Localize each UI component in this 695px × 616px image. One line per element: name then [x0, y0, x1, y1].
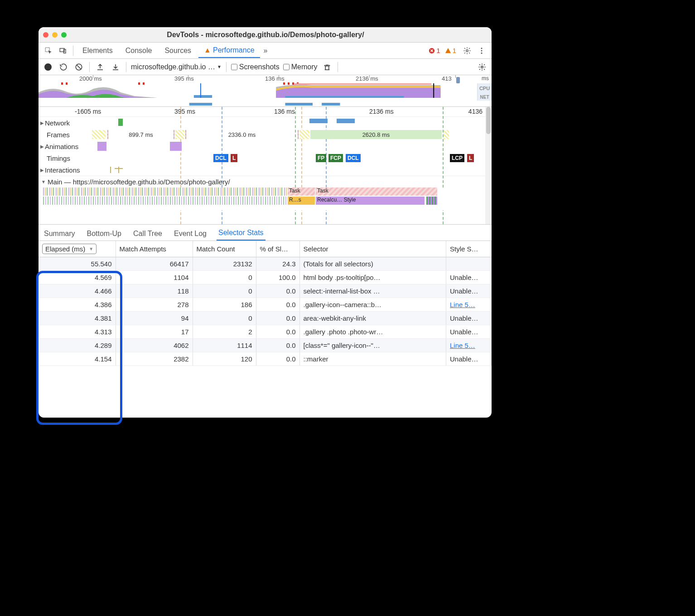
track-timings[interactable]: Timings DCL L FP FCP DCL LCP L: [39, 152, 492, 164]
table-row[interactable]: 55.540664172313224.3(Totals for all sele…: [39, 257, 492, 271]
tab-event-log[interactable]: Event Log: [172, 227, 208, 241]
tab-call-tree[interactable]: Call Tree: [131, 227, 164, 241]
task-bar[interactable]: Task: [316, 188, 437, 196]
recalc-bar[interactable]: R…s: [288, 197, 315, 205]
more-tabs-button[interactable]: »: [262, 44, 270, 58]
cell-count: 23132: [193, 257, 256, 271]
table-row[interactable]: 4.46611800.0select:-internal-list-box …U…: [39, 284, 492, 298]
tab-sources[interactable]: Sources: [159, 44, 197, 58]
warning-icon: ▲: [204, 46, 211, 54]
cell-pct: 0.0: [256, 352, 299, 366]
col-match-attempts[interactable]: Match Attempts: [116, 241, 193, 257]
cell-elapsed: 4.313: [39, 325, 116, 339]
download-icon[interactable]: [110, 61, 121, 73]
main-flame-bars[interactable]: Task Task R…s Recalcu… Style: [39, 188, 492, 210]
stylesheet-link[interactable]: Line 5…: [450, 301, 475, 308]
cell-count: 0: [193, 284, 256, 298]
cell-style: Unable…: [446, 284, 492, 298]
cell-attempts: 2382: [116, 352, 193, 366]
table-row[interactable]: 4.56911040100.0html body .ps-tooltip[po……: [39, 271, 492, 284]
disclosure-icon[interactable]: ▶: [40, 120, 44, 125]
svg-rect-17: [322, 103, 340, 106]
svg-rect-15: [189, 103, 212, 106]
svg-rect-12: [294, 83, 432, 85]
separator: [89, 62, 90, 72]
table-row[interactable]: 4.15423821200.0::markerUnable…: [39, 352, 492, 366]
cell-attempts: 66417: [116, 257, 193, 271]
stylesheet-link[interactable]: Line 5…: [450, 342, 475, 349]
tab-selector-stats[interactable]: Selector Stats: [217, 226, 265, 241]
selector-stats-table-wrap: Elapsed (ms)▼ Match Attempts Match Count…: [39, 241, 492, 418]
inspect-element-icon[interactable]: [42, 44, 55, 57]
track-frames[interactable]: Frames 899.7 ms 2336.0 ms 2620.8 ms: [39, 129, 492, 140]
more-menu-icon[interactable]: [475, 44, 488, 57]
capture-settings-icon[interactable]: [476, 61, 488, 73]
tab-console[interactable]: Console: [120, 44, 158, 58]
tab-bottom-up[interactable]: Bottom-Up: [85, 227, 123, 241]
svg-point-6: [481, 50, 483, 51]
error-count[interactable]: 1: [429, 47, 440, 54]
overview-cpu: [39, 83, 477, 98]
flame-chart[interactable]: -1605 ms 395 ms 136 ms 2136 ms 4136 ▶Net…: [39, 107, 492, 225]
tab-performance[interactable]: ▲Performance: [198, 43, 260, 58]
col-elapsed[interactable]: Elapsed (ms)▼: [39, 241, 116, 257]
divider: [73, 46, 73, 56]
col-match-count[interactable]: Match Count: [193, 241, 256, 257]
main-thread-header[interactable]: ▼ Main — https://microsoftedge.github.io…: [39, 176, 492, 188]
record-button[interactable]: [42, 61, 54, 73]
disclosure-icon[interactable]: ▶: [40, 168, 44, 173]
table-row[interactable]: 4.289406211140.0[class*=" gallery-icon--…: [39, 339, 492, 352]
reload-record-button[interactable]: [58, 61, 69, 73]
upload-icon[interactable]: [94, 61, 106, 73]
sort-desc-icon: ▼: [89, 246, 93, 251]
table-row[interactable]: 4.3131720.0.gallery .photo .photo-wr…Una…: [39, 325, 492, 339]
cell-count: 120: [193, 352, 256, 366]
profile-selector[interactable]: microsoftedge.github.io …▼: [131, 63, 222, 71]
warning-count[interactable]: 1: [445, 47, 456, 54]
tab-elements[interactable]: Elements: [77, 44, 118, 58]
clear-button[interactable]: [73, 61, 85, 73]
flame-scrollbar[interactable]: [485, 107, 492, 224]
screenshots-checkbox[interactable]: Screenshots: [231, 63, 280, 71]
table-row[interactable]: 4.3819400.0area:-webkit-any-linkUnable…: [39, 312, 492, 325]
cell-elapsed: 4.386: [39, 298, 116, 312]
cell-selector: area:-webkit-any-link: [299, 312, 446, 325]
cell-count: 1114: [193, 339, 256, 352]
tab-summary[interactable]: Summary: [42, 227, 77, 241]
table-row[interactable]: 4.3862781860.0.gallery-icon--camera::b…L…: [39, 298, 492, 312]
svg-point-9: [481, 66, 483, 68]
cell-elapsed: 55.540: [39, 257, 116, 271]
cell-count: 186: [193, 298, 256, 312]
settings-icon[interactable]: [461, 44, 473, 57]
overview-handle[interactable]: [456, 77, 460, 83]
cell-attempts: 94: [116, 312, 193, 325]
cell-pct: 24.3: [256, 257, 299, 271]
col-style-sheet[interactable]: Style S…: [446, 241, 492, 257]
cell-pct: 0.0: [256, 312, 299, 325]
cell-selector: ::marker: [299, 352, 446, 366]
track-network[interactable]: ▶Network: [39, 117, 492, 129]
recalc-style-bar[interactable]: Recalcu… Style: [316, 197, 425, 205]
cpu-label: CPU: [477, 83, 492, 94]
device-toolbar-icon[interactable]: [57, 44, 69, 57]
track-interactions[interactable]: ▶Interactions: [39, 164, 492, 176]
task-bar[interactable]: Task: [288, 188, 315, 196]
cell-selector: (Totals for all selectors): [299, 257, 446, 271]
garbage-collect-icon[interactable]: [321, 61, 333, 73]
col-pct-slow[interactable]: % of Sl…: [256, 241, 299, 257]
cell-elapsed: 4.154: [39, 352, 116, 366]
col-selector[interactable]: Selector: [299, 241, 446, 257]
disclosure-icon[interactable]: ▶: [40, 144, 44, 149]
performance-toolbar: microsoftedge.github.io …▼ Screenshots M…: [39, 59, 492, 75]
timeline-overview[interactable]: 2000 ms 395 ms 136 ms 2136 ms 413 ms: [39, 75, 492, 107]
track-animations[interactable]: ▶Animations: [39, 140, 492, 152]
selector-stats-table: Elapsed (ms)▼ Match Attempts Match Count…: [39, 241, 492, 366]
cell-elapsed: 4.466: [39, 284, 116, 298]
cell-attempts: 278: [116, 298, 193, 312]
cell-elapsed: 4.381: [39, 312, 116, 325]
cell-selector: select:-internal-list-box …: [299, 284, 446, 298]
memory-checkbox[interactable]: Memory: [283, 63, 318, 71]
svg-point-4: [466, 49, 468, 52]
cell-style: Line 5…: [446, 339, 492, 352]
disclosure-icon[interactable]: ▼: [41, 179, 46, 184]
